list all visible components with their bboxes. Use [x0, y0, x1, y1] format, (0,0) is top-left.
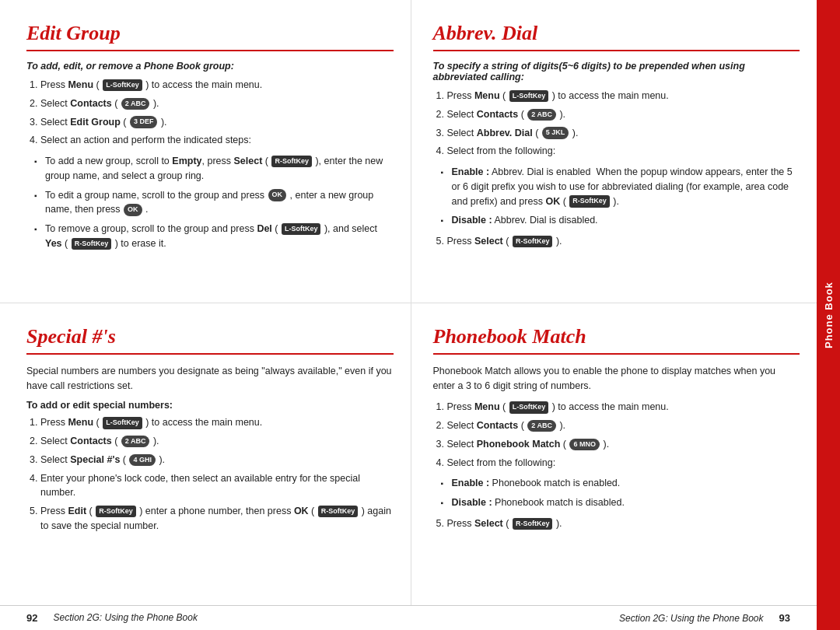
- ok-badge-2: OK: [124, 204, 142, 216]
- sn-edit-bold: Edit: [68, 506, 86, 516]
- disable-bold: Disable :: [452, 215, 492, 226]
- sn-step-2: Select Contacts ( 2 ABC ).: [40, 434, 394, 449]
- sn-rsoftkey-ok: R-SoftKey: [318, 506, 359, 518]
- pm-enable-bold: Enable :: [452, 478, 490, 488]
- sn-lsoftkey-1: L-SoftKey: [103, 417, 142, 429]
- main-content: Edit Group To add, edit, or remove a Pho…: [0, 0, 817, 630]
- abbrev-dial-section: Abbrev. Dial To specify a string of digi…: [411, 0, 817, 303]
- rsoftkey-b1: R-SoftKey: [271, 156, 312, 168]
- pm-step-2: Select Contacts ( 2 ABC ).: [447, 418, 800, 433]
- special-numbers-sub-intro: To add or edit special numbers:: [26, 400, 394, 411]
- sn-special-bold: Special #'s: [70, 454, 120, 465]
- ad-contacts-bold: Contacts: [477, 109, 518, 120]
- ad-bullet-1: Enable : Abbrev. Dial is enabled When th…: [441, 165, 800, 208]
- 3def-badge: 3 DEF: [130, 116, 158, 128]
- page-container: Edit Group To add, edit, or remove a Pho…: [0, 0, 840, 630]
- sn-step-4: Enter your phone's lock code, then selec…: [40, 471, 394, 501]
- menu-bold: Menu: [68, 79, 93, 90]
- abbrev-dial-intro: To specify a string of digits(5~6 digits…: [433, 61, 800, 82]
- ok-badge-1: OK: [268, 189, 287, 201]
- pm-2abc: 2 ABC: [527, 420, 556, 432]
- pm-select-bold: Select: [474, 518, 503, 529]
- edit-group-section: Edit Group To add, edit, or remove a Pho…: [0, 0, 411, 303]
- step-4: Select an action and perform the indicat…: [40, 133, 394, 148]
- ad-step-3: Select Abbrev. Dial ( 5 JKL ).: [447, 126, 800, 141]
- ad-step-1: Press Menu ( L-SoftKey ) to access the m…: [447, 89, 800, 103]
- sn-contacts-bold: Contacts: [70, 436, 111, 446]
- phonebook-match-title: Phonebook Match: [433, 325, 800, 348]
- rsoftkey-b3: R-SoftKey: [72, 238, 112, 250]
- ad-bullet-2: Disable : Abbrev. Dial is disabled.: [441, 213, 800, 228]
- pm-menu-bold: Menu: [474, 401, 500, 412]
- step-1: Press Menu ( L-SoftKey ) to access the m…: [40, 78, 394, 93]
- del-bold: Del: [257, 223, 271, 234]
- ad-abbrev-bold: Abbrev. Dial: [477, 128, 533, 138]
- pm-bullet-1: Enable : Phonebook match is enabled.: [441, 476, 800, 491]
- pm-rsoftkey-5: R-SoftKey: [513, 518, 553, 530]
- 2abc-badge: 2 ABC: [121, 98, 150, 110]
- phonebook-match-para: Phonebook Match allows you to enable the…: [433, 364, 800, 394]
- step-2: Select Contacts ( 2 ABC ).: [40, 96, 394, 111]
- pm-lsoftkey-1: L-SoftKey: [509, 401, 549, 414]
- left-page-number: 92: [26, 612, 37, 624]
- edit-group-intro: To add, edit, or remove a Phone Book gro…: [26, 61, 394, 72]
- edit-group-divider: [26, 50, 394, 51]
- special-numbers-steps: Press Menu ( L-SoftKey ) to access the m…: [40, 415, 394, 533]
- sn-4ghi: 4 GHI: [129, 454, 156, 467]
- left-section-label: Section 2G: Using the Phone Book: [53, 612, 197, 624]
- pm-bullet-2: Disable : Phonebook match is disabled.: [441, 495, 800, 510]
- sn-menu-bold: Menu: [68, 417, 93, 428]
- top-sections: Edit Group To add, edit, or remove a Pho…: [0, 0, 817, 303]
- phonebook-match-steps: Press Menu ( L-SoftKey ) to access the m…: [447, 400, 800, 470]
- ok-bold-ad: OK: [545, 196, 560, 207]
- abbrev-dial-steps: Press Menu ( L-SoftKey ) to access the m…: [447, 89, 800, 159]
- pm-contacts-bold: Contacts: [477, 420, 518, 431]
- footer-left: 92 Section 2G: Using the Phone Book: [26, 612, 408, 624]
- ad-menu-bold: Menu: [474, 90, 500, 101]
- abbrev-dial-step5-list: Press Select ( R-SoftKey ).: [447, 234, 800, 249]
- pm-step-1: Press Menu ( L-SoftKey ) to access the m…: [447, 400, 800, 415]
- special-numbers-para: Special numbers are numbers you designat…: [26, 364, 394, 394]
- bullet-1: To add a new group, scroll to Empty, pre…: [34, 154, 394, 184]
- phonebook-match-section: Phonebook Match Phonebook Match allows y…: [411, 303, 817, 606]
- sn-2abc: 2 ABC: [121, 436, 150, 448]
- yes-bold: Yes: [45, 238, 62, 249]
- special-numbers-title: Special #'s: [26, 325, 394, 348]
- side-tab-label: Phone Book: [823, 282, 835, 348]
- ad-step-4: Select from the following:: [447, 144, 800, 159]
- contacts-bold: Contacts: [70, 98, 111, 109]
- phonebook-match-divider: [433, 353, 800, 355]
- footer-right: Section 2G: Using the Phone Book 93: [408, 612, 790, 624]
- pm-phonebook-bold: Phonebook Match: [477, 439, 561, 450]
- special-numbers-section: Special #'s Special numbers are numbers …: [0, 303, 411, 606]
- pm-disable-bold: Disable :: [452, 497, 492, 508]
- sn-ok-bold: OK: [294, 506, 309, 516]
- ad-rsoftkey-5: R-SoftKey: [513, 236, 553, 248]
- pm-step-5: Press Select ( R-SoftKey ).: [447, 516, 800, 531]
- lsoftkey-b3: L-SoftKey: [282, 223, 321, 236]
- bullet-2: To edit a group name, scroll to the grou…: [34, 188, 394, 218]
- step-3: Select Edit Group ( 3 DEF ).: [40, 115, 394, 130]
- bottom-sections: Special #'s Special numbers are numbers …: [0, 303, 817, 606]
- lsoftkey-badge-1: L-SoftKey: [103, 79, 142, 92]
- pm-step-3: Select Phonebook Match ( 6 MNO ).: [447, 437, 800, 452]
- enable-bold: Enable :: [452, 166, 490, 177]
- select-bold: Select: [234, 156, 263, 166]
- sn-step-5: Press Edit ( R-SoftKey ) enter a phone n…: [40, 504, 394, 534]
- pm-6mno: 6 MNO: [569, 439, 600, 451]
- pm-step-4: Select from the following:: [447, 456, 800, 471]
- empty-bold: Empty: [172, 156, 201, 166]
- page-footer: 92 Section 2G: Using the Phone Book Sect…: [0, 605, 817, 630]
- edit-group-bullets: To add a new group, scroll to Empty, pre…: [34, 154, 394, 251]
- ad-select-bold: Select: [474, 236, 503, 247]
- ad-5jkl: 5 JKL: [542, 127, 569, 139]
- sn-step-3: Select Special #'s ( 4 GHI ).: [40, 453, 394, 467]
- phone-book-tab: Phone Book: [817, 0, 840, 630]
- phonebook-match-step5-list: Press Select ( R-SoftKey ).: [447, 516, 800, 531]
- ad-step-5: Press Select ( R-SoftKey ).: [447, 234, 800, 249]
- right-section-label: Section 2G: Using the Phone Book: [619, 613, 763, 624]
- abbrev-dial-divider: [433, 50, 800, 51]
- sn-rsoftkey-5: R-SoftKey: [96, 506, 136, 518]
- ad-step-2: Select Contacts ( 2 ABC ).: [447, 107, 800, 122]
- ad-lsoftkey-1: L-SoftKey: [509, 90, 549, 103]
